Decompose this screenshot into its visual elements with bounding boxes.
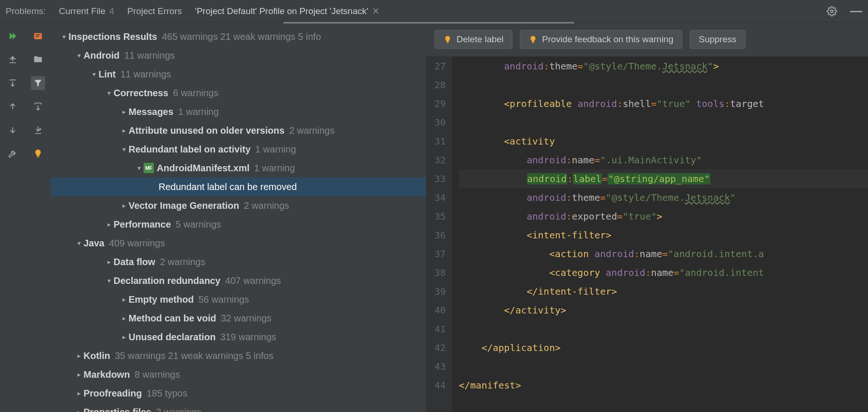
chevron-down-icon[interactable]: ▾ xyxy=(119,145,129,153)
chevron-right-icon[interactable]: ▸ xyxy=(104,221,114,228)
delete-label-button[interactable]: Delete label xyxy=(434,30,512,49)
tab-project-errors[interactable]: Project Errors xyxy=(127,6,182,16)
tree-row[interactable]: Redundant label can be removed xyxy=(51,177,426,196)
chevron-right-icon[interactable]: ▸ xyxy=(119,108,129,115)
svg-rect-5 xyxy=(447,42,449,43)
chevron-down-icon[interactable]: ▾ xyxy=(89,70,99,78)
tree-row[interactable]: ▾MFAndroidManifest.xml1 warning xyxy=(51,159,426,177)
tree-meta: 56 warnings xyxy=(198,294,249,305)
chevron-down-icon[interactable]: ▾ xyxy=(74,239,84,247)
chevron-down-icon[interactable]: ▾ xyxy=(104,89,114,97)
tool-column-left2 xyxy=(25,23,51,412)
code-area[interactable]: android:theme="@style/Theme.Jetsnack"> <… xyxy=(452,57,868,412)
tree-label: Attribute unused on older versions xyxy=(129,125,284,136)
chevron-right-icon[interactable]: ▸ xyxy=(119,314,129,322)
tree-meta: 185 typos xyxy=(146,388,187,399)
folder-icon[interactable] xyxy=(31,53,45,67)
chevron-down-icon[interactable]: ▾ xyxy=(74,52,84,59)
svg-rect-2 xyxy=(36,34,41,35)
tree-label: Method can be void xyxy=(129,313,216,324)
tree-label: Kotlin xyxy=(84,351,110,361)
svg-rect-3 xyxy=(36,36,39,37)
tree-row[interactable]: ▸Attribute unused on older versions2 war… xyxy=(51,121,426,140)
rerun-icon[interactable] xyxy=(6,29,20,43)
highlight-icon[interactable] xyxy=(31,29,45,43)
tree-meta: 2 warnings xyxy=(160,257,206,267)
chevron-right-icon[interactable]: ▸ xyxy=(74,408,84,412)
tree-label: Declaration redundancy xyxy=(114,275,221,286)
chevron-right-icon[interactable]: ▸ xyxy=(119,333,129,341)
chevron-right-icon[interactable]: ▸ xyxy=(119,127,129,134)
next-icon[interactable] xyxy=(6,123,20,137)
prev-icon[interactable] xyxy=(6,99,20,114)
tree-label: Messages xyxy=(129,107,174,117)
bulb-icon[interactable] xyxy=(31,146,45,160)
import-icon[interactable] xyxy=(31,123,45,137)
tab-current-file[interactable]: Current File 4 xyxy=(59,6,114,16)
feedback-button[interactable]: Provide feedback on this warning xyxy=(520,30,682,49)
chevron-right-icon[interactable]: ▸ xyxy=(74,371,84,378)
tree-meta: 32 warnings xyxy=(221,313,272,324)
tree-row[interactable]: ▸Messages1 warning xyxy=(51,102,426,121)
export-icon[interactable] xyxy=(31,99,45,114)
tree-label: AndroidManifest.xml xyxy=(157,163,250,174)
gear-icon[interactable] xyxy=(827,6,837,16)
tree-label: Unused declaration xyxy=(129,332,216,343)
tree-meta: 11 warnings xyxy=(124,50,175,61)
collapse-all-icon[interactable] xyxy=(6,76,20,90)
bulb-icon xyxy=(529,35,537,44)
chevron-right-icon[interactable]: ▸ xyxy=(74,352,84,359)
chevron-down-icon[interactable]: ▾ xyxy=(134,164,144,172)
tree-label: Vector Image Generation xyxy=(129,200,239,211)
active-tab-underline xyxy=(283,22,574,23)
tree-row[interactable]: ▸Method can be void32 warnings xyxy=(51,309,426,328)
tree-meta: 1 warning xyxy=(255,144,296,155)
tree-row[interactable]: ▾Declaration redundancy407 warnings xyxy=(51,271,426,290)
tree-row[interactable]: ▾Redundant label on activity1 warning xyxy=(51,140,426,159)
tree-row[interactable]: ▾Correctness6 warnings xyxy=(51,84,426,102)
wrench-icon[interactable] xyxy=(6,146,20,160)
tree-label: Redundant label on activity xyxy=(129,144,251,155)
tree-row[interactable]: ▸Unused declaration319 warnings xyxy=(51,328,426,346)
tree-row[interactable]: ▸Properties files2 warnings xyxy=(51,403,426,412)
tree-root[interactable]: ▾ Inspections Results 465 warnings 21 we… xyxy=(51,27,426,46)
tree-row[interactable]: ▸Proofreading185 typos xyxy=(51,384,426,403)
minimize-icon[interactable]: — xyxy=(850,4,862,18)
tab-profile-jetsnack[interactable]: 'Project Default' Profile on Project 'Je… xyxy=(195,6,380,16)
tree-row[interactable]: ▾Java409 warnings xyxy=(51,234,426,252)
inspections-tree[interactable]: ▾ Inspections Results 465 warnings 21 we… xyxy=(51,23,426,412)
problems-tabbar: Problems: Current File 4 Project Errors … xyxy=(0,0,868,23)
tree-row[interactable]: ▸Empty method56 warnings xyxy=(51,290,426,309)
tree-meta: 2 warnings xyxy=(244,200,289,211)
close-icon[interactable]: ✕ xyxy=(372,6,380,16)
chevron-down-icon[interactable]: ▾ xyxy=(104,277,114,284)
chevron-right-icon[interactable]: ▸ xyxy=(104,258,114,266)
svg-rect-4 xyxy=(37,157,39,158)
tree-meta: 35 warnings 21 weak warnings 5 infos xyxy=(115,351,274,361)
tree-row[interactable]: ▸Kotlin35 warnings 21 weak warnings 5 in… xyxy=(51,346,426,365)
tree-row[interactable]: ▸Vector Image Generation2 warnings xyxy=(51,196,426,215)
manifest-file-icon: MF xyxy=(144,163,154,173)
tree-row[interactable]: ▾Android11 warnings xyxy=(51,46,426,65)
editor-pane: Delete label Provide feedback on this wa… xyxy=(426,23,868,412)
tree-row[interactable]: ▾Lint11 warnings xyxy=(51,65,426,84)
chevron-right-icon[interactable]: ▸ xyxy=(74,389,84,397)
filter-icon[interactable] xyxy=(31,76,45,90)
code-editor[interactable]: 272829303132333435363738394041424344 and… xyxy=(426,57,868,412)
tree-meta: 5 warnings xyxy=(175,219,221,230)
tree-meta: 8 warnings xyxy=(135,369,180,380)
tree-meta: 407 warnings xyxy=(225,275,281,286)
tree-row[interactable]: ▸Performance5 warnings xyxy=(51,215,426,234)
tree-row[interactable]: ▸Markdown8 warnings xyxy=(51,365,426,384)
chevron-right-icon[interactable]: ▸ xyxy=(119,296,129,303)
chevron-down-icon[interactable]: ▾ xyxy=(59,33,69,40)
chevron-right-icon[interactable]: ▸ xyxy=(119,202,129,209)
suppress-button[interactable]: Suppress xyxy=(690,30,745,49)
tree-meta: 319 warnings xyxy=(221,332,276,343)
tree-meta: 2 warnings xyxy=(156,407,202,412)
expand-all-icon[interactable] xyxy=(6,53,20,67)
tree-label: Correctness xyxy=(114,88,168,99)
tree-row[interactable]: ▸Data flow2 warnings xyxy=(51,252,426,271)
tree-label: Properties files xyxy=(84,407,152,412)
quickfix-actions: Delete label Provide feedback on this wa… xyxy=(426,23,868,57)
